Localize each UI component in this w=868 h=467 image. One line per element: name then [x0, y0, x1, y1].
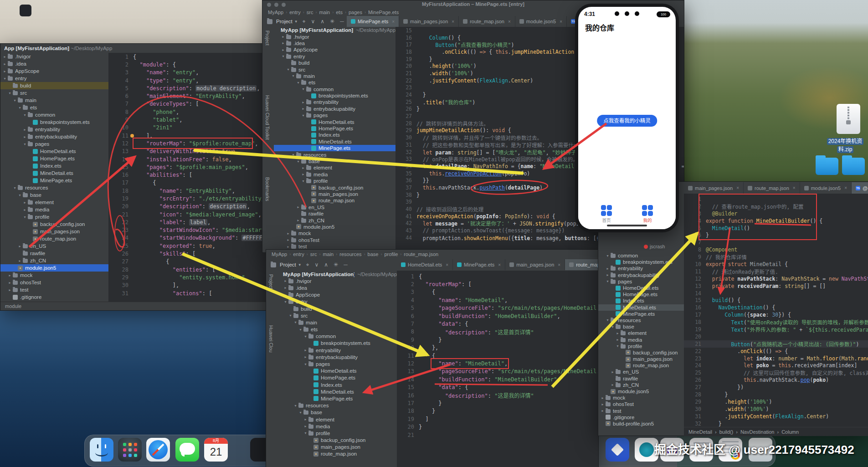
tree-item[interactable]: route_map.json — [276, 451, 397, 457]
tree-expander-icon[interactable]: ▾ — [17, 193, 22, 197]
tree-expander-icon[interactable]: ▾ — [22, 215, 27, 219]
tree-item[interactable]: HomePage.ets — [0, 155, 108, 162]
tree-item[interactable]: ▸entrybackupability — [274, 106, 395, 112]
tree-item[interactable]: breakpointsystem.ets — [276, 340, 397, 347]
tree-item[interactable]: ▾profile — [274, 178, 395, 184]
tree-item[interactable]: MyApp [MyFisrstApplication]~/Desktop/MyA… — [276, 271, 397, 277]
tree-item[interactable]: main_pages.json — [598, 356, 684, 362]
tree-item[interactable]: ▾profile — [276, 430, 397, 436]
tree-item[interactable]: ▸AppScope — [276, 292, 397, 298]
close-icon[interactable]: × — [508, 19, 511, 24]
tab-@ohos.promptAction.d.ts[interactable]: TS@ohos.promptAction.d.ts× — [852, 182, 868, 194]
breadcrumb-item[interactable]: main — [319, 10, 330, 15]
stripe-bookmarks[interactable]: Bookmarks — [265, 177, 270, 201]
tree-item[interactable]: ▸zh_CN — [598, 382, 684, 388]
tree-expander-icon[interactable]: ▸ — [7, 273, 12, 277]
tree-item[interactable]: ▸en_US — [274, 204, 395, 210]
tab-route_map.json[interactable]: route_map.json× — [744, 182, 800, 194]
phone-tab-home[interactable]: 首页 — [593, 205, 620, 223]
tree-item[interactable]: ▾base — [598, 323, 684, 330]
tree-expander-icon[interactable]: ▸ — [303, 424, 308, 428]
tree-expander-icon[interactable]: ▾ — [293, 404, 298, 408]
tree-item[interactable]: ▾resources — [598, 317, 684, 323]
expand-icon[interactable]: ∨ — [311, 16, 315, 26]
editor-tabs[interactable]: HomeDetail.ets×MinePage.ets×main_pages.j… — [397, 259, 598, 270]
tree-item[interactable]: backup_config.json — [598, 349, 684, 356]
tree-item[interactable]: Index.ets — [274, 132, 395, 138]
tree-expander-icon[interactable]: ▸ — [296, 218, 301, 222]
tree-expander-icon[interactable]: ▾ — [288, 313, 293, 318]
tree-expander-icon[interactable]: ▾ — [291, 74, 296, 78]
tree-expander-icon[interactable]: ▸ — [22, 200, 27, 205]
tree-item[interactable]: MyApp [MyFisrstApplication]~/Desktop/MyA… — [274, 27, 395, 33]
tree-item[interactable]: ▸.idea — [0, 60, 108, 67]
tree-expander-icon[interactable]: ▸ — [296, 205, 301, 209]
tree-item[interactable]: rawfile — [598, 375, 684, 382]
tree-item[interactable]: ▾base — [0, 191, 108, 199]
tree-item[interactable]: route_map.json — [0, 235, 108, 242]
tree-expander-icon[interactable]: ▾ — [22, 113, 27, 117]
tree-expander-icon[interactable]: ▸ — [283, 279, 288, 283]
tree-item[interactable]: route_map.json — [274, 197, 395, 204]
project-tree[interactable]: ▾commonbreakpointsystem.ets▸entryability… — [598, 252, 684, 427]
finder-icon[interactable] — [90, 438, 113, 462]
tree-item[interactable]: HomeDetail.ets — [0, 148, 108, 155]
tree-item[interactable]: ▾resources — [274, 151, 395, 158]
tree-item[interactable]: ▾profile — [0, 213, 108, 221]
tree-item[interactable]: ▸entryability — [0, 126, 108, 133]
tree-expander-icon[interactable]: ▾ — [12, 186, 17, 190]
tree-item[interactable]: rawfile — [274, 210, 395, 217]
tree-item[interactable]: ▸media — [0, 206, 108, 213]
tree-expander-icon[interactable]: ▸ — [17, 259, 22, 263]
expand-icon[interactable]: ∨ — [314, 260, 318, 270]
breadcrumb-item[interactable]: MinePage.ets — [368, 10, 399, 15]
tree-expander-icon[interactable]: ▾ — [293, 320, 298, 324]
tree-expander-icon[interactable]: ▸ — [301, 100, 306, 104]
tree-item[interactable]: ▸.hvigor — [276, 277, 397, 284]
tree-item[interactable]: MineDetail.ets — [274, 139, 395, 145]
breadcrumb-item[interactable]: src — [307, 10, 313, 15]
tree-expander-icon[interactable]: ▸ — [2, 69, 7, 73]
breadcrumb-item[interactable]: MyApp — [272, 251, 287, 257]
tree-expander-icon[interactable]: ▸ — [7, 288, 12, 292]
tree-item[interactable]: build — [274, 60, 395, 66]
project-tree[interactable]: ▸.hvigor▸.idea▸AppScope▾entrybuild▾src▾m… — [0, 53, 108, 302]
breadcrumb-item[interactable]: profile — [384, 251, 398, 257]
tree-expander-icon[interactable]: ▾ — [17, 106, 22, 110]
breadcrumb-item[interactable]: entry — [289, 10, 300, 15]
close-icon[interactable]: × — [736, 185, 739, 190]
project-root-row[interactable]: App [MyFisrstApplication] ~/Desktop/MyAp… — [0, 44, 267, 53]
close-icon[interactable]: × — [560, 19, 562, 24]
tree-item[interactable]: ▾common — [0, 111, 108, 118]
tree-item[interactable]: ▸.idea — [274, 40, 395, 46]
stripe-project[interactable]: Project — [265, 31, 270, 46]
tree-expander-icon[interactable]: ▾ — [283, 300, 288, 304]
tree-item[interactable]: HomePage.ets — [598, 291, 684, 298]
tree-item[interactable]: Index.ets — [276, 381, 397, 388]
tree-expander-icon[interactable]: ▾ — [298, 411, 303, 415]
tree-item[interactable]: breakpointsystem.ets — [0, 118, 108, 126]
tree-item[interactable]: ▸ohosTest — [274, 237, 395, 243]
tree-item[interactable]: route_map.json — [598, 362, 684, 369]
tree-expander-icon[interactable]: ▸ — [286, 231, 291, 236]
tree-item[interactable]: rawfile — [0, 250, 108, 257]
tab-route_map.json[interactable]: route_map.json× — [459, 16, 515, 27]
code-editor-module-json5[interactable]: 1{2 "module": {3 "name": "entry",4 "type… — [108, 53, 267, 302]
tree-expander-icon[interactable]: ▸ — [301, 172, 306, 176]
close-icon[interactable]: × — [498, 262, 501, 267]
tree-item[interactable]: HomePage.ets — [276, 375, 397, 381]
tree-item[interactable]: backup_config.json — [276, 437, 397, 444]
tab-HomeDetail.ets[interactable]: HomeDetail.ets× — [397, 259, 453, 270]
tree-expander-icon[interactable]: ▾ — [615, 344, 620, 348]
tree-expander-icon[interactable]: ▸ — [17, 244, 22, 248]
tree-item[interactable]: backup_config.json — [0, 221, 108, 228]
tree-expander-icon[interactable]: ▾ — [22, 142, 27, 146]
tree-item[interactable]: ▾src — [0, 89, 108, 97]
tree-item[interactable]: ▸.hvigor — [274, 33, 395, 40]
tree-item[interactable]: main_pages.json — [276, 444, 397, 451]
close-icon[interactable]: × — [452, 19, 454, 24]
blue-folder-icon[interactable] — [842, 158, 865, 175]
code-editor-route-map[interactable]: 1{2 "routerMap": [3 {4 "name": "HomeDeta… — [397, 271, 598, 467]
tree-item[interactable]: ▸mock — [598, 395, 684, 401]
tree-expander-icon[interactable]: ▾ — [291, 153, 296, 157]
